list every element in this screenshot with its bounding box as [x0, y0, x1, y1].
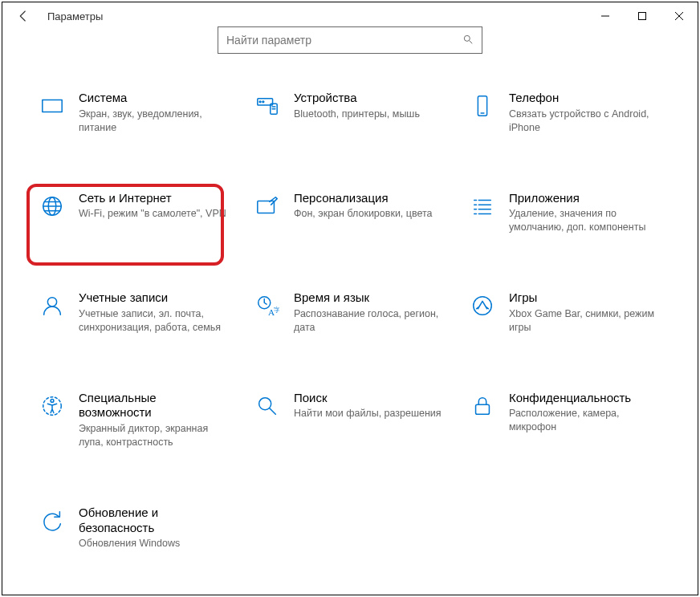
- tile-desc: Распознавание голоса, регион, дата: [294, 307, 446, 335]
- svg-point-33: [51, 399, 54, 402]
- tile-apps[interactable]: Приложения Удаление, значения по умолчан…: [469, 191, 666, 235]
- svg-point-31: [474, 297, 492, 315]
- tile-desc: Bluetooth, принтеры, мышь: [294, 108, 446, 121]
- tile-title: Телефон: [509, 91, 661, 106]
- tile-network-internet[interactable]: Сеть и Интернет Wi-Fi, режим "в самолете…: [39, 191, 236, 221]
- apps-icon: [469, 193, 496, 220]
- svg-rect-4: [43, 100, 62, 112]
- minimize-button[interactable]: [587, 2, 624, 30]
- tile-ease-of-access[interactable]: Специальные возможности Экранный диктор,…: [39, 391, 236, 449]
- tile-devices[interactable]: Устройства Bluetooth, принтеры, мышь: [254, 91, 451, 121]
- gaming-icon: [469, 292, 496, 319]
- tile-title: Учетные записи: [79, 290, 231, 306]
- back-button[interactable]: [12, 5, 35, 27]
- search-category-icon: [254, 392, 281, 420]
- tile-privacy[interactable]: Конфиденциальность Расположение, камера,…: [469, 391, 666, 435]
- tile-title: Обновление и безопасность: [79, 506, 231, 536]
- search-placeholder: Найти параметр: [226, 34, 462, 47]
- tile-title: Игры: [509, 290, 661, 306]
- update-icon: [39, 507, 66, 534]
- window-title: Параметры: [47, 10, 103, 22]
- titlebar: Параметры: [2, 2, 698, 30]
- accounts-icon: [39, 292, 66, 319]
- tile-accounts[interactable]: Учетные записи Учетные записи, эл. почта…: [39, 290, 236, 335]
- svg-text:字: 字: [274, 306, 280, 314]
- tile-desc: Wi-Fi, режим "в самолете", VPN: [79, 207, 231, 221]
- tile-title: Персонализация: [294, 191, 446, 206]
- tile-title: Система: [79, 91, 231, 106]
- svg-point-7: [262, 101, 264, 103]
- tile-personalization[interactable]: Персонализация Фон, экран блокировки, цв…: [254, 191, 451, 221]
- tile-desc: Фон, экран блокировки, цвета: [294, 207, 446, 221]
- search-icon: [462, 34, 474, 47]
- tile-phone[interactable]: Телефон Связать устройство с Android, iP…: [469, 91, 666, 135]
- settings-grid: Система Экран, звук, уведомления, питани…: [2, 60, 698, 550]
- tile-system[interactable]: Система Экран, звук, уведомления, питани…: [39, 91, 236, 135]
- svg-rect-18: [258, 201, 275, 213]
- phone-icon: [469, 92, 496, 120]
- svg-rect-1: [639, 13, 646, 20]
- svg-line-3: [470, 40, 473, 43]
- tile-title: Поиск: [294, 391, 446, 406]
- tile-desc: Найти мои файлы, разрешения: [294, 407, 446, 420]
- tile-title: Время и язык: [294, 290, 446, 306]
- tile-desc: Экранный диктор, экранная лупа, контраст…: [79, 422, 231, 449]
- svg-rect-36: [476, 404, 490, 414]
- tile-time-language[interactable]: A 字 Время и язык Распознавание голоса, р…: [254, 290, 451, 335]
- svg-point-6: [259, 101, 261, 103]
- search-row: Найти параметр: [2, 30, 698, 60]
- window: Параметры Найти параметр: [2, 2, 698, 595]
- tile-desc: Расположение, камера, микрофон: [509, 407, 661, 434]
- tile-title: Специальные возможности: [79, 391, 231, 421]
- tile-title: Приложения: [509, 191, 661, 206]
- svg-line-35: [270, 408, 276, 414]
- tile-update-security[interactable]: Обновление и безопасность Обновления Win…: [39, 506, 236, 550]
- tile-title: Сеть и Интернет: [79, 191, 231, 206]
- window-controls: [587, 2, 698, 30]
- system-icon: [39, 92, 66, 120]
- tile-desc: Xbox Game Bar, снимки, режим игры: [509, 307, 661, 335]
- tile-desc: Удаление, значения по умолчанию, доп. ко…: [509, 207, 661, 234]
- time-language-icon: A 字: [254, 292, 281, 319]
- svg-point-2: [464, 35, 470, 41]
- tile-search[interactable]: Поиск Найти мои файлы, разрешения: [254, 391, 451, 421]
- ease-of-access-icon: [39, 392, 66, 420]
- tile-desc: Обновления Windows: [79, 537, 231, 550]
- privacy-icon: [469, 392, 496, 420]
- tile-title: Устройства: [294, 91, 446, 106]
- tile-title: Конфиденциальность: [509, 391, 661, 406]
- tile-desc: Экран, звук, уведомления, питание: [79, 108, 231, 135]
- maximize-button[interactable]: [624, 2, 661, 30]
- tile-gaming[interactable]: Игры Xbox Game Bar, снимки, режим игры: [469, 290, 666, 335]
- search-input[interactable]: Найти параметр: [218, 26, 482, 54]
- svg-point-27: [47, 298, 56, 307]
- close-button[interactable]: [661, 2, 698, 30]
- devices-icon: [254, 92, 281, 120]
- tile-desc: Связать устройство с Android, iPhone: [509, 108, 661, 135]
- personalization-icon: [254, 193, 281, 220]
- tile-desc: Учетные записи, эл. почта, синхронизация…: [79, 307, 231, 335]
- globe-icon: [39, 193, 66, 220]
